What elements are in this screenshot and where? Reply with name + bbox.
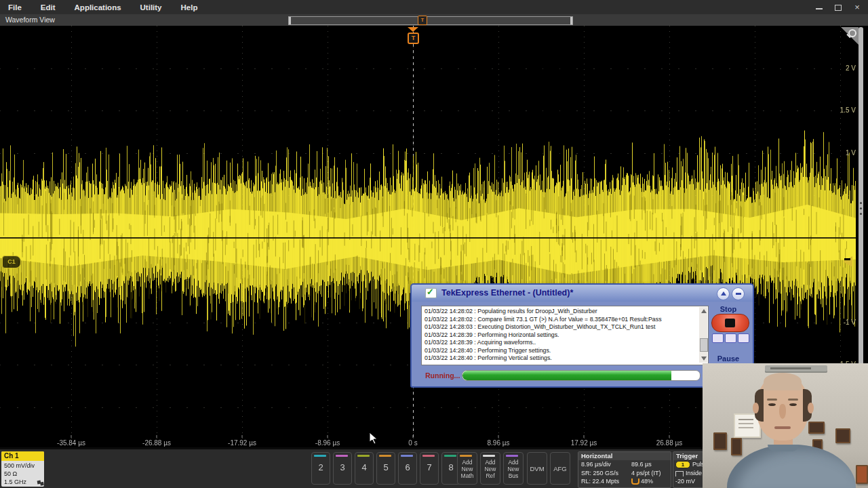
status-indicator-1[interactable]	[712, 333, 724, 343]
channel-2-button[interactable]: 2	[311, 452, 330, 485]
time-tick-label: -8.96 µs	[315, 439, 340, 447]
channel-6-button[interactable]: 6	[398, 452, 417, 485]
channel-button-label: 4	[355, 462, 373, 472]
status-log-box[interactable]: 01/03/22 14:28:02 : Populating results f…	[421, 306, 709, 365]
time-tick-mark	[669, 435, 670, 438]
stop-button[interactable]	[711, 314, 749, 332]
record-overview-scrollbar[interactable]: T	[288, 16, 573, 25]
scroll-down-icon[interactable]	[701, 357, 707, 361]
wall-plaque	[856, 465, 868, 484]
dialog-title: TekExpress Ethernet - (Untitled)*	[441, 288, 573, 298]
time-tick-label: 8.96 µs	[487, 439, 509, 447]
minimize-dialog-button[interactable]	[732, 287, 745, 300]
menu-help[interactable]: Help	[181, 3, 198, 12]
channel1-reference-tag[interactable]: C1	[2, 256, 21, 268]
person-mouth	[774, 426, 791, 429]
log-line: 01/03/22 14:28:39 : Acquiring waveforms.…	[425, 339, 698, 347]
add-button-label: Add New Ref	[481, 459, 500, 479]
trigger-level: -20 mV	[675, 477, 695, 486]
time-tick-label: -26.88 µs	[142, 439, 171, 447]
close-icon[interactable]: ×	[853, 3, 861, 11]
add-button-label: Add New Math	[458, 459, 477, 479]
button-color-stripe	[460, 455, 472, 457]
menu-file[interactable]: File	[8, 3, 22, 12]
progress-fill	[462, 371, 671, 380]
person-ear	[753, 403, 759, 413]
channel-7-button[interactable]: 7	[420, 452, 439, 485]
wall-plaque	[731, 438, 742, 455]
menu-applications[interactable]: Applications	[75, 3, 121, 12]
add-new-bus-button[interactable]: Add New Bus	[503, 452, 524, 485]
time-tick-mark	[413, 435, 414, 438]
voltage-tick-label: -1 V	[844, 319, 856, 326]
channel-5-button[interactable]: 5	[376, 452, 395, 485]
menu-utility[interactable]: Utility	[140, 3, 162, 12]
channel-button-label: 2	[312, 462, 330, 472]
log-line: 01/03/22 14:28:03 : Executing Distortion…	[425, 323, 698, 331]
log-lines: 01/03/22 14:28:02 : Populating results f…	[425, 308, 698, 363]
channel1-badge[interactable]: Ch 1 500 mV/div 50 Ω 1.5 GHz	[1, 451, 44, 487]
wall-plaque	[835, 428, 850, 443]
magnifier-icon	[848, 29, 856, 37]
webcam-overlay	[703, 363, 868, 488]
horizontal-value-text: 48%	[641, 477, 653, 486]
extra-buttons: DVMAFG	[527, 452, 570, 485]
person-eyebrow	[767, 399, 777, 401]
horizontal-panel-rows: 8.96 µs/div89.6 µsSR: 250 GS/s4 ps/pt (I…	[578, 460, 671, 486]
progress-bar	[462, 370, 701, 381]
voltage-tick-label: 1 V	[846, 149, 856, 157]
dialog-title-bar[interactable]: TekExpress Ethernet - (Untitled)*	[412, 285, 753, 302]
time-tick-mark	[157, 435, 157, 438]
person-eye	[789, 403, 797, 406]
channel-button-label: 6	[399, 462, 416, 472]
log-line: 01/03/22 14:28:40 : Performing Trigger s…	[425, 347, 698, 355]
person-nose	[779, 404, 786, 419]
time-tick-label: 26.88 µs	[656, 439, 683, 447]
add-new-ref-button[interactable]: Add New Ref	[480, 452, 500, 485]
progress-row: Running...	[412, 367, 707, 385]
trigger-level-arrow-icon[interactable]	[843, 256, 852, 267]
channel-4-button[interactable]: 4	[355, 452, 374, 485]
menu-edit[interactable]: Edit	[41, 3, 56, 12]
channel-3-button[interactable]: 3	[333, 452, 352, 485]
add-new-math-button[interactable]: Add New Math	[457, 452, 477, 485]
channel-color-stripe	[314, 455, 326, 457]
status-indicator-2[interactable]	[725, 333, 736, 343]
trigger-arrow-icon	[408, 27, 418, 32]
button-color-stripe	[506, 455, 518, 457]
tab-bar: Waveform View T	[0, 14, 868, 26]
afg-button[interactable]: AFG	[550, 452, 570, 485]
trigger-flag-icon[interactable]: T	[408, 27, 418, 44]
person-eye	[768, 403, 776, 406]
channel-button-label: 7	[420, 462, 438, 472]
trigger-source-badge: 1	[675, 461, 690, 468]
probe-icon	[37, 481, 41, 485]
float-window-button[interactable]	[717, 287, 730, 300]
button-label: AFG	[551, 465, 570, 472]
minimize-icon[interactable]	[815, 3, 823, 11]
horizontal-value-text: 89.6 µs	[631, 460, 652, 469]
trigger-mode: Inside	[686, 469, 702, 478]
waveform-usage-icon	[631, 479, 639, 485]
voltage-tick-label: 1.5 V	[840, 106, 856, 114]
log-line: 01/03/22 14:28:40 : Performing Vertical …	[425, 354, 698, 363]
log-line: 01/03/22 14:28:39 : Performing Horizonta…	[425, 331, 698, 340]
overview-trigger-marker[interactable]: T	[418, 16, 427, 25]
channel-color-stripe	[336, 455, 348, 457]
log-scrollbar[interactable]	[699, 307, 707, 363]
time-tick-mark	[584, 435, 585, 438]
horizontal-panel-title: Horizontal	[578, 452, 671, 460]
status-indicator-3[interactable]	[738, 333, 749, 343]
horizontal-value: RL: 22.4 Mpts	[578, 477, 631, 486]
channel-button-label: 5	[377, 462, 395, 472]
horizontal-value: 48%	[631, 477, 671, 486]
scroll-up-icon[interactable]	[701, 309, 707, 313]
dvm-button[interactable]: DVM	[527, 452, 547, 485]
horizontal-panel[interactable]: Horizontal 8.96 µs/div89.6 µsSR: 250 GS/…	[578, 451, 671, 488]
air-vent	[765, 365, 827, 373]
person-eyebrow	[788, 399, 798, 401]
channel-color-stripe	[422, 455, 435, 457]
time-tick-mark	[242, 435, 243, 438]
tab-waveform-view[interactable]: Waveform View	[5, 16, 55, 24]
restore-icon[interactable]	[834, 3, 842, 11]
